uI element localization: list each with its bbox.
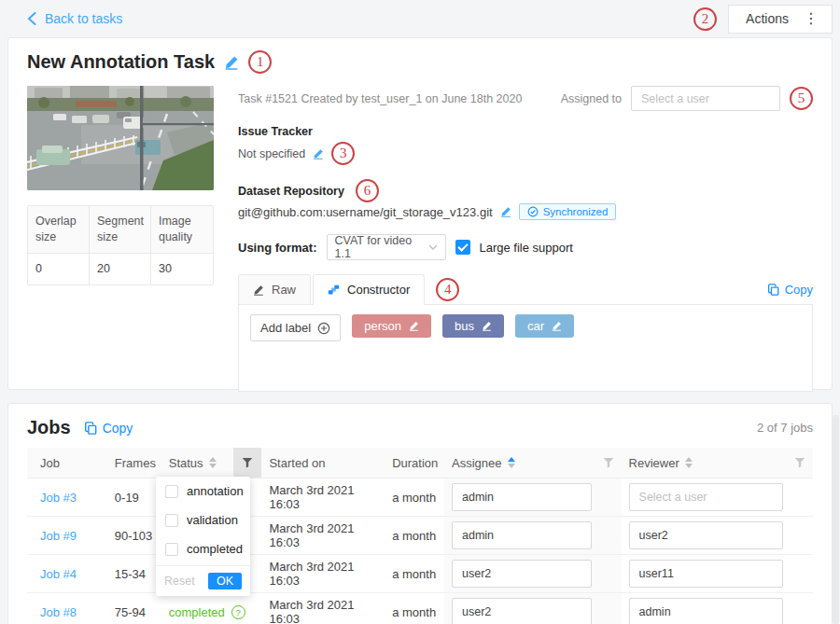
param-header-segment: Segment size xyxy=(90,206,151,253)
filter-ok-button[interactable]: OK xyxy=(208,573,242,589)
filter-option-annotation-label: annotation xyxy=(187,484,244,498)
status-filter-button[interactable] xyxy=(233,448,261,478)
job-row: Job #9 90-103 March 3rd 2021 16:03 a mon… xyxy=(27,517,813,555)
checkbox-annotation[interactable] xyxy=(165,485,178,498)
dataset-repository-label: Dataset Repository xyxy=(238,185,344,198)
job-link[interactable]: Job #4 xyxy=(40,567,77,581)
annotation-circle-2: 2 xyxy=(693,7,717,31)
copy-label: Copy xyxy=(785,283,813,297)
format-select[interactable]: CVAT for video 1.1 xyxy=(327,234,446,260)
status-filter-dropdown: annotation validation completed Reset OK xyxy=(156,477,250,596)
jobs-table-header: Job Frames Status Started on Duration As… xyxy=(27,448,813,478)
edit-label-icon[interactable] xyxy=(409,321,419,331)
label-chip-car-name: car xyxy=(527,319,544,333)
col-assignee: Assignee xyxy=(452,456,501,470)
col-status: Status xyxy=(169,456,203,470)
job-frames: 75-94 xyxy=(115,605,146,619)
assigned-to-input[interactable] xyxy=(631,86,780,111)
scrollbar[interactable] xyxy=(833,415,839,624)
assignee-sort-carets[interactable] xyxy=(508,457,515,468)
actions-button[interactable]: Actions ⋮ xyxy=(728,5,833,34)
more-vertical-icon: ⋮ xyxy=(804,11,819,26)
param-value-quality: 30 xyxy=(151,254,213,284)
edit-label-icon[interactable] xyxy=(552,321,562,331)
jobs-card: Jobs Copy 2 of 7 jobs Job Frames Status … xyxy=(7,403,833,624)
reviewer-input[interactable] xyxy=(629,560,783,588)
edit-repository-icon[interactable] xyxy=(500,206,511,217)
add-label-button[interactable]: Add label xyxy=(250,314,341,341)
job-status: completed xyxy=(169,605,225,619)
job-duration: a month xyxy=(392,491,436,505)
chevron-left-icon xyxy=(26,12,37,25)
job-link[interactable]: Job #8 xyxy=(40,605,77,619)
filter-option-annotation[interactable]: annotation xyxy=(156,477,250,506)
pencil-icon xyxy=(253,284,264,296)
checkbox-validation[interactable] xyxy=(165,514,178,527)
col-reviewer: Reviewer xyxy=(629,456,679,470)
assignee-filter-icon[interactable] xyxy=(603,457,614,468)
assigned-to-label: Assigned to xyxy=(561,92,622,105)
param-header-quality: Image quality xyxy=(151,206,213,253)
assignee-input[interactable] xyxy=(452,521,592,549)
reviewer-sort-carets[interactable] xyxy=(685,457,693,468)
chevron-down-icon xyxy=(428,244,438,250)
jobs-copy-button[interactable]: Copy xyxy=(84,421,133,436)
issue-tracker-label: Issue Tracker xyxy=(238,125,813,138)
job-row: Job #3 0-19 March 3rd 2021 16:03 a month xyxy=(27,478,813,517)
filter-option-completed-label: completed xyxy=(187,542,243,556)
job-started: March 3rd 2021 16:03 xyxy=(269,521,377,549)
dataset-repository-url[interactable]: git@github.com:username/git_storage_v123… xyxy=(238,205,493,219)
add-label-button-text: Add label xyxy=(260,321,311,335)
tab-raw-label: Raw xyxy=(272,283,296,297)
label-chip-person[interactable]: person xyxy=(352,314,431,338)
copy-icon xyxy=(767,284,779,296)
labels-constructor-panel: Add label person bus xyxy=(238,304,813,392)
annotation-circle-4: 4 xyxy=(436,278,459,301)
synchronized-badge: Synchronized xyxy=(519,203,617,220)
assignee-input[interactable] xyxy=(452,483,592,511)
job-link[interactable]: Job #9 xyxy=(40,529,77,543)
label-chip-car[interactable]: car xyxy=(515,314,574,338)
reviewer-input[interactable] xyxy=(629,521,783,549)
edit-issue-tracker-icon[interactable] xyxy=(313,148,324,159)
filter-reset-button[interactable]: Reset xyxy=(164,575,195,588)
filter-option-completed[interactable]: completed xyxy=(156,534,250,563)
labels-copy-button[interactable]: Copy xyxy=(767,283,813,297)
job-started: March 3rd 2021 16:03 xyxy=(269,598,377,624)
checkbox-completed[interactable] xyxy=(165,543,178,556)
param-value-segment: 20 xyxy=(90,254,151,284)
actions-button-label: Actions xyxy=(746,11,789,26)
label-chip-bus[interactable]: bus xyxy=(442,314,504,338)
col-duration: Duration xyxy=(392,456,438,470)
format-select-value: CVAT for video 1.1 xyxy=(335,234,428,260)
plus-circle-icon xyxy=(317,322,330,335)
status-sort-carets[interactable] xyxy=(209,457,217,468)
task-title: New Annotation Task xyxy=(27,51,215,73)
annotation-circle-5: 5 xyxy=(790,87,813,110)
job-duration: a month xyxy=(392,567,436,581)
task-meta-text: Task #1521 Created by test_user_1 on Jun… xyxy=(238,92,522,105)
reviewer-input[interactable] xyxy=(629,483,783,511)
back-to-tasks-link[interactable]: Back to tasks xyxy=(26,11,122,26)
tab-raw[interactable]: Raw xyxy=(238,274,311,305)
edit-label-icon[interactable] xyxy=(482,321,492,331)
large-file-support-checkbox[interactable] xyxy=(455,240,470,255)
label-chip-person-name: person xyxy=(364,319,401,333)
job-link[interactable]: Job #3 xyxy=(40,491,77,505)
question-circle-icon[interactable]: ? xyxy=(231,605,245,619)
reviewer-filter-icon[interactable] xyxy=(794,457,805,468)
synchronized-label: Synchronized xyxy=(543,206,609,217)
assignee-input[interactable] xyxy=(452,560,592,588)
copy-icon xyxy=(84,422,97,435)
filter-option-validation[interactable]: validation xyxy=(156,506,250,534)
build-icon xyxy=(328,284,340,296)
job-frames: 90-103 xyxy=(115,529,152,543)
check-circle-icon xyxy=(527,206,539,217)
tab-constructor[interactable]: Constructor xyxy=(313,274,425,305)
job-row: Job #4 15-34 March 3rd 2021 16:03 a mont… xyxy=(27,555,813,593)
tab-constructor-label: Constructor xyxy=(347,283,410,297)
reviewer-input[interactable] xyxy=(629,598,783,624)
assignee-input[interactable] xyxy=(452,598,592,624)
edit-task-name-icon[interactable] xyxy=(224,55,239,70)
back-link-label: Back to tasks xyxy=(45,11,122,26)
